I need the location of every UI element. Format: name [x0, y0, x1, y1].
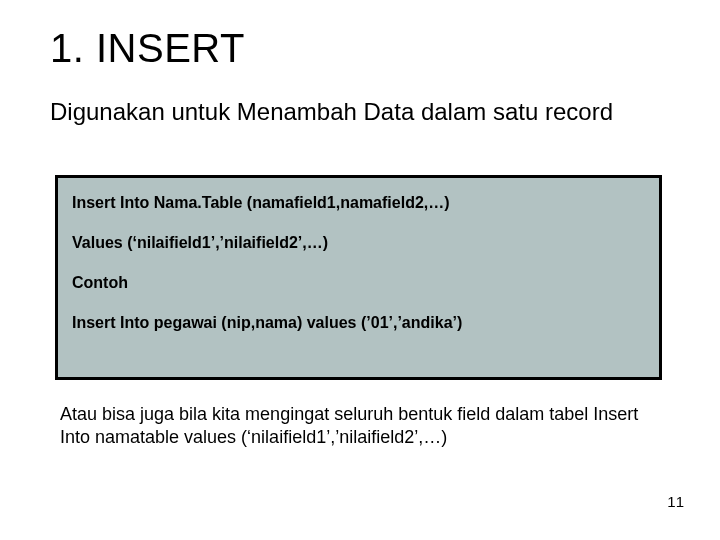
code-line-1: Insert Into Nama.Table (namafield1,namaf… [72, 194, 645, 212]
code-line-2: Values (‘nilaifield1’,’nilaifield2’,…) [72, 234, 645, 252]
slide-subtitle: Digunakan untuk Menambah Data dalam satu… [50, 97, 650, 127]
slide-heading: 1. INSERT [50, 26, 245, 71]
page-number: 11 [667, 493, 684, 510]
code-line-3: Contoh [72, 274, 645, 292]
code-box: Insert Into Nama.Table (namafield1,namaf… [55, 175, 662, 380]
code-line-4: Insert Into pegawai (nip,nama) values (’… [72, 314, 645, 332]
slide: 1. INSERT Digunakan untuk Menambah Data … [0, 0, 720, 540]
slide-footnote: Atau bisa juga bila kita mengingat selur… [60, 403, 670, 450]
